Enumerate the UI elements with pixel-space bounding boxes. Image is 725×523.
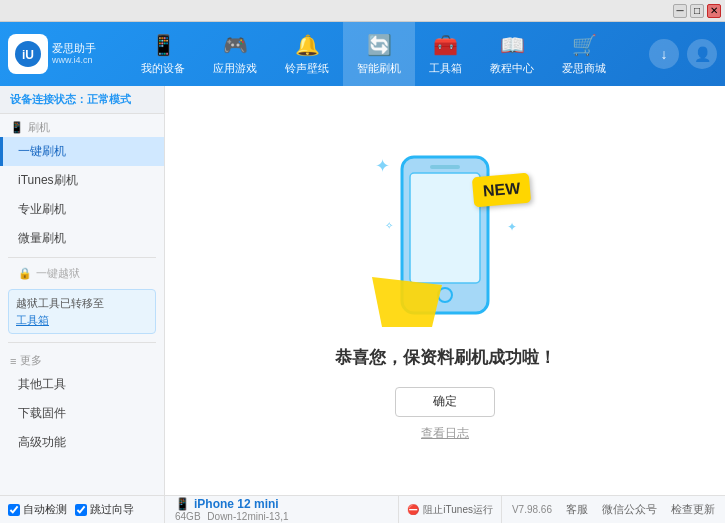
nav-toolbox[interactable]: 🧰 工具箱 [415,22,476,86]
nav-ringtone[interactable]: 🔔 铃声壁纸 [271,22,343,86]
tutorial-icon: 📖 [500,33,525,57]
flash-section: 📱 刷机 [0,114,164,137]
flash-icon: 🔄 [367,33,392,57]
close-button[interactable]: ✕ [707,4,721,18]
sidebar-item-pro-flash[interactable]: 专业刷机 [0,195,164,224]
ringtone-icon: 🔔 [295,33,320,57]
confirm-button[interactable]: 确定 [395,387,495,417]
sidebar: 设备连接状态：正常模式 📱 刷机 一键刷机 iTunes刷机 专业刷机 微量刷机… [0,86,165,495]
more-icon: ≡ [10,355,16,367]
ribbon [367,277,447,330]
sidebar-item-one-key-flash[interactable]: 一键刷机 [0,137,164,166]
game-icon: 🎮 [223,33,248,57]
skip-wizard-input[interactable] [75,504,87,516]
lock-icon: 🔒 [18,267,32,280]
support-link[interactable]: 客服 [566,502,588,517]
ribbon-svg [367,277,447,327]
auto-connect-checkbox[interactable]: 自动检测 [8,502,67,517]
phone-illustration: ✦ ✦ ✧ NEW [355,140,535,330]
phone-icon: 📱 [151,33,176,57]
device-status: 设备连接状态：正常模式 [0,86,164,114]
sparkle-2: ✦ [507,220,517,234]
skip-wizard-checkbox[interactable]: 跳过向导 [75,502,134,517]
toolbox-icon: 🧰 [433,33,458,57]
nav-store[interactable]: 🛒 爱思商城 [548,22,620,86]
logo-text: 爱思助手 www.i4.cn [52,41,96,67]
user-button[interactable]: 👤 [687,39,717,69]
sidebar-item-download-fw[interactable]: 下载固件 [0,399,164,428]
auto-connect-input[interactable] [8,504,20,516]
check-update-link[interactable]: 检查更新 [671,502,715,517]
main-area: 设备连接状态：正常模式 📱 刷机 一键刷机 iTunes刷机 专业刷机 微量刷机… [0,86,725,495]
device-info: 📱 iPhone 12 mini 64GB Down-12mini-13,1 [165,496,399,523]
sparkle-3: ✧ [385,220,393,231]
logo-icon: iU [8,34,48,74]
sidebar-divider-2 [8,342,156,343]
version-label: V7.98.66 [512,504,552,515]
sidebar-item-other-tools[interactable]: 其他工具 [0,370,164,399]
bottom-bar: 自动检测 跳过向导 📱 iPhone 12 mini 64GB Down-12m… [0,495,725,523]
bottom-right: V7.98.66 客服 微信公众号 检查更新 [502,502,725,517]
svg-text:iU: iU [22,48,34,62]
nav-tutorial[interactable]: 📖 教程中心 [476,22,548,86]
title-bar: ─ □ ✕ [0,0,725,22]
sidebar-item-advanced[interactable]: 高级功能 [0,428,164,457]
nav-smart-flash[interactable]: 🔄 智能刷机 [343,22,415,86]
nav-items: 📱 我的设备 🎮 应用游戏 🔔 铃声壁纸 🔄 智能刷机 🧰 工具箱 📖 教程中心… [98,22,649,86]
nav-right: ↓ 👤 [649,39,717,69]
sidebar-divider-1 [8,257,156,258]
new-badge: NEW [471,172,531,207]
stop-icon: ⛔ [407,504,419,515]
topbar: iU 爱思助手 www.i4.cn 📱 我的设备 🎮 应用游戏 🔔 铃声壁纸 🔄… [0,22,725,86]
phone-small-icon: 📱 [10,121,24,134]
jailbreak-note: 越狱工具已转移至 工具箱 [8,289,156,334]
sparkle-1: ✦ [375,155,390,177]
device-icon: 📱 [175,497,190,511]
sidebar-item-micro-flash[interactable]: 微量刷机 [0,224,164,253]
logo: iU 爱思助手 www.i4.cn [8,34,98,74]
sidebar-locked-jailbreak: 🔒 一键越狱 [0,262,164,285]
svg-rect-3 [410,173,480,283]
wechat-link[interactable]: 微信公众号 [602,502,657,517]
maximize-button[interactable]: □ [690,4,704,18]
svg-rect-5 [430,165,460,169]
minimize-button[interactable]: ─ [673,4,687,18]
success-text: 恭喜您，保资料刷机成功啦！ [335,346,556,369]
sidebar-item-itunes-flash[interactable]: iTunes刷机 [0,166,164,195]
nav-app-game[interactable]: 🎮 应用游戏 [199,22,271,86]
main-content: ✦ ✦ ✧ NEW [165,86,725,495]
itunes-note: ⛔ 阻止iTunes运行 [399,496,502,523]
download-button[interactable]: ↓ [649,39,679,69]
store-icon: 🛒 [572,33,597,57]
bottom-left: 自动检测 跳过向导 [0,496,165,523]
more-section: ≡ 更多 [0,347,164,370]
svg-marker-6 [372,277,442,327]
nav-my-device[interactable]: 📱 我的设备 [127,22,199,86]
log-link[interactable]: 查看日志 [421,425,469,442]
